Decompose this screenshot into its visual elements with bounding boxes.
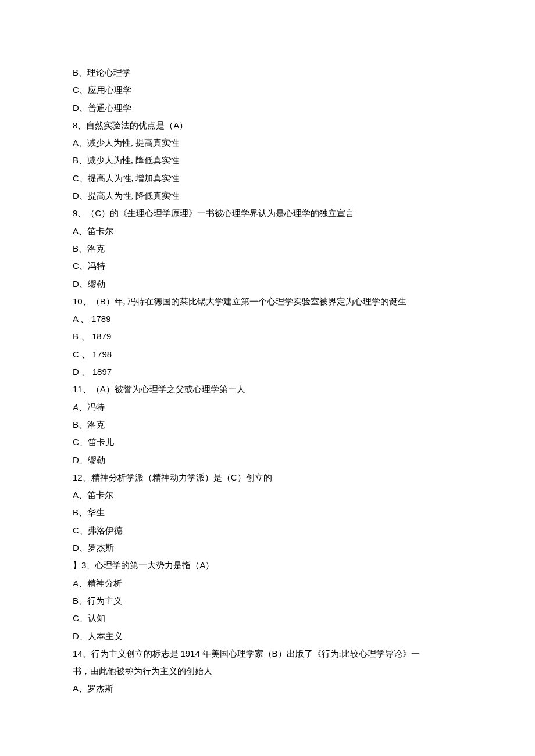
text-segment: 、应用心理学 xyxy=(79,85,131,95)
text-line: B、减少人为性, 降低真实性 xyxy=(73,152,462,169)
text-segment: 、笛卡尔 xyxy=(79,490,113,500)
text-segment: 、 xyxy=(80,314,91,324)
text-segment: 】 xyxy=(73,561,81,570)
text-segment: D xyxy=(73,543,79,553)
text-line: D、罗杰斯 xyxy=(73,539,462,557)
text-segment: 、洛克 xyxy=(79,420,105,429)
text-line: 9、（C）的《生理心理学原理》一书被心理学界认为是心理学的独立宣言 xyxy=(73,205,462,222)
text-segment: 1914 xyxy=(180,648,199,658)
text-segment: 、缪勒 xyxy=(79,280,105,289)
text-segment: B xyxy=(73,243,79,253)
text-segment: 、 xyxy=(81,332,92,341)
text-segment: 、笛卡儿 xyxy=(79,438,114,447)
text-segment: 、减少人为性, 提高真实性 xyxy=(79,138,179,148)
text-segment: C xyxy=(73,437,79,447)
text-segment: C xyxy=(73,613,79,623)
text-segment: 、（ xyxy=(77,209,95,218)
text-segment: C xyxy=(73,173,79,183)
text-segment: B xyxy=(73,331,81,341)
text-segment: A xyxy=(199,560,205,570)
text-line: 】3、心理学的第一大势力是指（A） xyxy=(73,557,462,574)
text-segment: 、自然实验法的优点是（ xyxy=(77,121,173,130)
text-line: 8、自然实验法的优点是（A） xyxy=(73,117,462,134)
text-line: A、笛卡尔 xyxy=(73,486,462,504)
text-segment: 、洛克 xyxy=(79,244,105,253)
text-segment: B xyxy=(100,296,106,306)
text-line: 12、精神分析学派（精神动力学派）是（C）创立的 xyxy=(73,469,462,486)
text-segment: 、人本主义 xyxy=(79,632,123,641)
text-segment: 、华生 xyxy=(79,508,105,517)
text-line: B 、 1879 xyxy=(73,328,462,345)
text-segment: 1789 xyxy=(91,314,110,324)
text-segment: D xyxy=(73,455,79,465)
text-segment: D xyxy=(73,191,79,200)
text-segment: 、行为主义创立的标志是 xyxy=(83,649,181,658)
text-line: A、减少人为性, 提高真实性 xyxy=(73,134,462,152)
text-segment: 12 xyxy=(73,472,83,482)
text-line: B、理论心理学 xyxy=(73,64,462,81)
text-segment: 、普通心理学 xyxy=(79,103,131,113)
text-segment: A xyxy=(73,314,80,324)
text-line: 14、行为主义创立的标志是 1914 年美国心理学家（B）出版了《行为:比较心理… xyxy=(73,645,462,662)
text-line: 11、（A）被誉为心理学之父或心理学第一人 xyxy=(73,381,462,398)
text-segment: 、罗杰斯 xyxy=(79,684,113,693)
text-line: B、行为主义 xyxy=(73,592,462,610)
text-segment: ）创立的 xyxy=(237,473,272,482)
text-segment: 11 xyxy=(73,384,83,394)
text-segment: B xyxy=(73,155,79,165)
text-segment: 、冯特 xyxy=(79,261,105,271)
text-segment: A xyxy=(73,226,79,236)
text-line: D、缪勒 xyxy=(73,452,462,469)
text-line: A、精神分析 xyxy=(73,575,462,592)
text-line: 10、（B）年, 冯特在德国的莱比锡大学建立第一个心理学实验室被界定为心理学的诞… xyxy=(73,293,462,310)
text-segment: 1798 xyxy=(92,349,112,359)
text-line: A、罗杰斯 xyxy=(73,680,462,697)
text-segment: 、缪勒 xyxy=(79,456,105,465)
text-segment: D xyxy=(73,103,79,113)
text-segment: C xyxy=(231,472,237,482)
text-segment: 、 xyxy=(81,367,92,377)
text-segment: ）年, 冯特在德国的莱比锡大学建立第一个心理学实验室被界定为心理学的诞生 xyxy=(106,297,407,306)
text-segment: C xyxy=(95,208,101,218)
text-segment: ）被誉为心理学之父或心理学第一人 xyxy=(106,385,245,394)
text-line: D、人本主义 xyxy=(73,628,462,645)
text-line: D、提高人为性, 降低真实性 xyxy=(73,187,462,205)
text-segment: 、 xyxy=(81,350,92,359)
text-line: C 、 1798 xyxy=(73,346,462,363)
text-segment: 、（ xyxy=(83,297,100,306)
text-segment: B xyxy=(73,420,79,429)
text-segment: 、减少人为性, 降低真实性 xyxy=(79,156,179,165)
text-segment: 、弗洛伊德 xyxy=(79,526,123,535)
text-line: B、洛克 xyxy=(73,416,462,433)
text-segment: 、提高人为性, 增加真实性 xyxy=(79,174,180,183)
text-segment: ）出版了《行为:比较心理学导论》一 xyxy=(278,649,420,658)
text-segment: 14 xyxy=(73,648,83,658)
text-line: C、弗洛伊德 xyxy=(73,522,462,539)
text-segment: 、行为主义 xyxy=(79,596,122,605)
document-page: B、理论心理学C、应用心理学D、普通心理学8、自然实验法的优点是（A）A、减少人… xyxy=(0,0,535,733)
text-segment: D xyxy=(73,279,79,289)
text-line: D、缪勒 xyxy=(73,275,462,293)
text-segment: 、笛卡尔 xyxy=(79,227,113,236)
text-line: C、提高人为性, 增加真实性 xyxy=(73,170,462,187)
text-segment: 、（ xyxy=(83,385,100,394)
text-line: B、洛克 xyxy=(73,240,462,257)
text-segment: B xyxy=(272,648,278,658)
text-segment: 、精神分析 xyxy=(79,579,122,588)
text-line: D 、 1897 xyxy=(73,363,462,381)
text-segment: 、提高人为性, 降低真实性 xyxy=(79,191,180,200)
text-segment: 、心理学的第一大势力是指（ xyxy=(86,561,199,570)
text-segment: C xyxy=(73,261,79,271)
text-segment: B xyxy=(73,67,79,77)
text-line: D、普通心理学 xyxy=(73,99,462,117)
text-segment: 书，由此他被称为行为主义的创始人 xyxy=(73,667,212,676)
text-segment: ）的《生理心理学原理》一书被心理学界认为是心理学的独立宣言 xyxy=(101,209,354,218)
text-segment: 1897 xyxy=(92,367,112,377)
text-line: C、应用心理学 xyxy=(73,81,462,99)
text-segment: A xyxy=(73,490,79,500)
text-segment: 、冯特 xyxy=(79,403,105,412)
text-line: A 、 1789 xyxy=(73,310,462,328)
text-segment: 年美国心理学家（ xyxy=(200,649,272,658)
text-segment: A xyxy=(73,683,79,693)
text-segment: C xyxy=(73,85,79,95)
